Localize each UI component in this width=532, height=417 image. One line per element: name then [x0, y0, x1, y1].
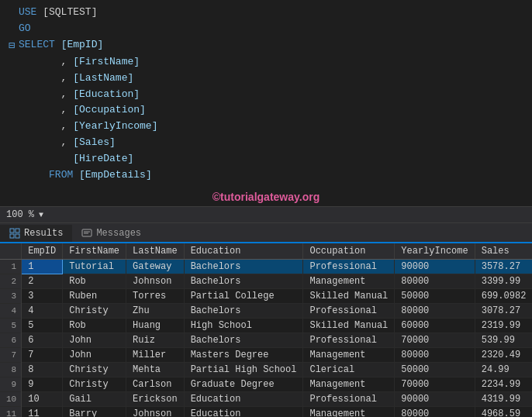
table-cell[interactable]: Carlson	[126, 377, 185, 392]
col-header-education[interactable]: Education	[184, 243, 303, 260]
table-row[interactable]: 22RobJohnsonBachelorsManagement800003399…	[0, 274, 532, 289]
table-cell[interactable]: 10	[22, 392, 63, 407]
table-cell[interactable]: Christy	[63, 377, 126, 392]
col-header-yearlyincome[interactable]: YearlyIncome	[395, 243, 475, 260]
sql-editor[interactable]: USE [SQLTEST] GO ⊟ SELECT [EmpID] , [Fir…	[0, 0, 532, 188]
table-cell[interactable]: 70000	[395, 377, 475, 392]
table-cell[interactable]: 90000	[395, 392, 475, 407]
table-cell[interactable]: Gateway	[126, 260, 185, 274]
table-cell[interactable]: Johnson	[126, 274, 185, 289]
col-header-lastname[interactable]: LastName	[126, 243, 185, 260]
table-row[interactable]: 66JohnRuizBachelorsProfessional70000539.…	[0, 333, 532, 348]
table-cell[interactable]: 4	[22, 304, 63, 319]
table-cell[interactable]: Professional	[303, 304, 395, 319]
table-row[interactable]: 1010GailEricksonEducationProfessional900…	[0, 392, 532, 407]
table-row[interactable]: 77JohnMillerMasters DegreeManagement8000…	[0, 348, 532, 363]
table-cell[interactable]: Professional	[303, 392, 395, 407]
table-cell[interactable]: Miller	[126, 348, 185, 363]
table-cell[interactable]: Ruben	[63, 289, 126, 304]
table-cell[interactable]: Barry	[63, 407, 126, 417]
table-cell[interactable]: Professional	[303, 333, 395, 348]
table-cell[interactable]: Bachelors	[184, 274, 303, 289]
table-cell[interactable]: Zhu	[126, 304, 185, 319]
table-cell[interactable]: Bachelors	[184, 260, 303, 274]
table-cell[interactable]: 1	[22, 260, 63, 274]
table-cell[interactable]: 3578.27	[475, 260, 532, 274]
tab-results[interactable]: Results	[0, 225, 72, 243]
table-cell[interactable]: Graduate Degree	[184, 377, 303, 392]
table-cell[interactable]: Tutorial	[63, 260, 126, 274]
table-cell[interactable]: 9	[22, 377, 63, 392]
table-cell[interactable]: Torres	[126, 289, 185, 304]
table-cell[interactable]: 2234.99	[475, 377, 532, 392]
table-cell[interactable]: High School	[184, 319, 303, 333]
table-cell[interactable]: 24.99	[475, 363, 532, 377]
table-cell[interactable]: 80000	[395, 304, 475, 319]
table-cell[interactable]: 5	[22, 319, 63, 333]
table-cell[interactable]: Partial College	[184, 289, 303, 304]
table-row[interactable]: 33RubenTorresPartial CollegeSkilled Manu…	[0, 289, 532, 304]
table-cell[interactable]: Management	[303, 348, 395, 363]
table-cell[interactable]: Gail	[63, 392, 126, 407]
table-cell[interactable]: 3	[22, 289, 63, 304]
table-cell[interactable]: 50000	[395, 363, 475, 377]
table-cell[interactable]: 60000	[395, 319, 475, 333]
table-cell[interactable]: 11	[22, 407, 63, 417]
table-cell[interactable]: Rob	[63, 274, 126, 289]
table-cell[interactable]: Skilled Manual	[303, 289, 395, 304]
results-container[interactable]: EmpID FirstName LastName Education Occup…	[0, 243, 532, 417]
table-cell[interactable]: 6	[22, 333, 63, 348]
table-cell[interactable]: Management	[303, 377, 395, 392]
table-cell[interactable]: Management	[303, 407, 395, 417]
table-cell[interactable]: Ruiz	[126, 333, 185, 348]
col-header-sales[interactable]: Sales	[475, 243, 532, 260]
table-cell[interactable]: 80000	[395, 274, 475, 289]
table-cell[interactable]: Mehta	[126, 363, 185, 377]
table-cell[interactable]: 8	[22, 363, 63, 377]
table-cell[interactable]: Bachelors	[184, 304, 303, 319]
table-cell[interactable]: John	[63, 333, 126, 348]
table-cell[interactable]: 3399.99	[475, 274, 532, 289]
table-row[interactable]: 88ChristyMehtaPartial High SchoolClerica…	[0, 363, 532, 377]
table-cell[interactable]: Johnson	[126, 407, 185, 417]
table-cell[interactable]: 699.0982	[475, 289, 532, 304]
table-cell[interactable]: 2319.99	[475, 319, 532, 333]
table-cell[interactable]: 4968.59	[475, 407, 532, 417]
table-cell[interactable]: Professional	[303, 260, 395, 274]
col-header-occupation[interactable]: Occupation	[303, 243, 395, 260]
table-cell[interactable]: John	[63, 348, 126, 363]
collapse-icon[interactable]: ⊟	[6, 37, 17, 54]
table-row[interactable]: 11TutorialGatewayBachelorsProfessional90…	[0, 260, 532, 274]
table-row[interactable]: 99ChristyCarlsonGraduate DegreeManagemen…	[0, 377, 532, 392]
zoom-dropdown-icon[interactable]: ▼	[39, 211, 43, 219]
table-row[interactable]: 55RobHuangHigh SchoolSkilled Manual60000…	[0, 319, 532, 333]
table-cell[interactable]: Christy	[63, 363, 126, 377]
table-cell[interactable]: 90000	[395, 260, 475, 274]
tab-messages[interactable]: Messages	[72, 225, 150, 242]
table-cell[interactable]: Skilled Manual	[303, 319, 395, 333]
table-cell[interactable]: 539.99	[475, 333, 532, 348]
table-cell[interactable]: 70000	[395, 333, 475, 348]
table-cell[interactable]: Huang	[126, 319, 185, 333]
table-cell[interactable]: 50000	[395, 289, 475, 304]
table-cell[interactable]: Partial High School	[184, 363, 303, 377]
table-cell[interactable]: Erickson	[126, 392, 185, 407]
table-cell[interactable]: Bachelors	[184, 333, 303, 348]
table-cell[interactable]: 2	[22, 274, 63, 289]
table-cell[interactable]: Christy	[63, 304, 126, 319]
table-cell[interactable]: Rob	[63, 319, 126, 333]
table-cell[interactable]: 2320.49	[475, 348, 532, 363]
table-cell[interactable]: Masters Degree	[184, 348, 303, 363]
col-header-firstname[interactable]: FirstName	[63, 243, 126, 260]
table-cell[interactable]: 80000	[395, 348, 475, 363]
table-cell[interactable]: 4319.99	[475, 392, 532, 407]
table-row[interactable]: 44ChristyZhuBachelorsProfessional8000030…	[0, 304, 532, 319]
table-cell[interactable]: Education	[184, 407, 303, 417]
table-cell[interactable]: 7	[22, 348, 63, 363]
table-cell[interactable]: Management	[303, 274, 395, 289]
table-row[interactable]: 1111BarryJohnsonEducationManagement80000…	[0, 407, 532, 417]
table-cell[interactable]: Education	[184, 392, 303, 407]
col-header-empid[interactable]: EmpID	[22, 243, 63, 260]
table-cell[interactable]: 80000	[395, 407, 475, 417]
table-cell[interactable]: 3078.27	[475, 304, 532, 319]
